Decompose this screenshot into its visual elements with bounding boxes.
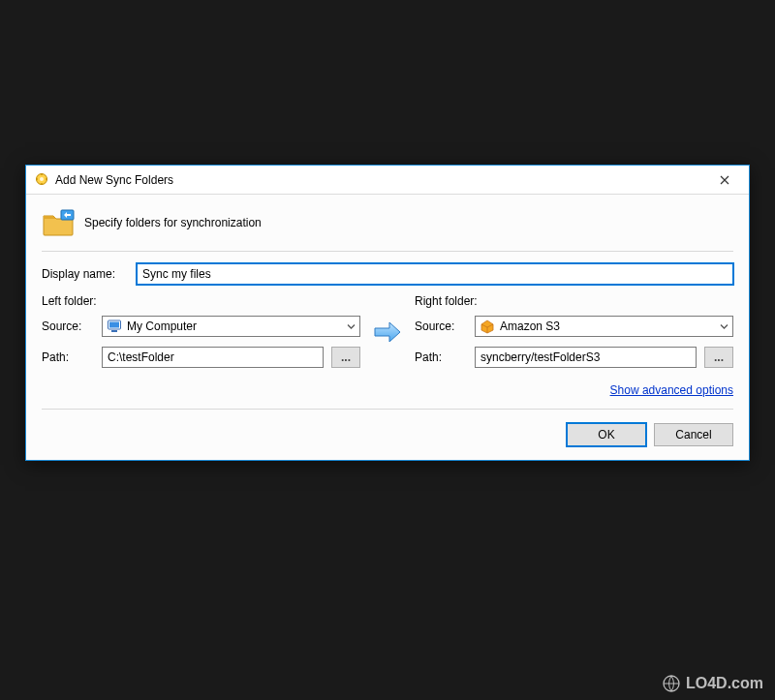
arrow-right-icon — [372, 320, 403, 345]
right-source-dropdown[interactable]: Amazon S3 — [475, 316, 733, 337]
close-button[interactable] — [702, 167, 747, 194]
display-name-row: Display name: — [42, 263, 733, 285]
left-folder-heading: Left folder: — [42, 294, 360, 308]
left-browse-button[interactable]: ... — [331, 347, 360, 368]
svg-point-1 — [40, 177, 44, 181]
dialog-title: Add New Sync Folders — [55, 173, 702, 187]
button-row: OK Cancel — [42, 419, 733, 446]
left-source-label: Source: — [42, 320, 94, 333]
right-source-label: Source: — [415, 320, 467, 333]
close-icon — [720, 175, 729, 185]
right-path-input[interactable] — [475, 347, 697, 368]
right-folder-panel: Right folder: Source: Amazon S3 — [415, 294, 733, 378]
left-path-label: Path: — [42, 350, 94, 364]
show-advanced-link[interactable]: Show advanced options — [610, 383, 733, 397]
advanced-link-row: Show advanced options — [42, 378, 733, 399]
left-source-value: My Computer — [127, 320, 197, 333]
divider — [42, 409, 733, 410]
left-source-dropdown[interactable]: My Computer — [102, 316, 360, 337]
left-path-input[interactable] — [102, 347, 324, 368]
right-folder-heading: Right folder: — [415, 294, 733, 308]
divider — [42, 251, 733, 252]
ok-button[interactable]: OK — [567, 423, 646, 446]
folder-columns: Left folder: Source: My Computer — [42, 294, 733, 378]
app-icon — [34, 172, 49, 188]
display-name-label: Display name: — [42, 267, 129, 281]
globe-icon — [663, 675, 680, 692]
display-name-input[interactable] — [137, 263, 733, 285]
chevron-down-icon — [347, 321, 356, 332]
left-folder-panel: Left folder: Source: My Computer — [42, 294, 360, 378]
computer-icon — [107, 319, 122, 334]
watermark: LO4D.com — [663, 675, 763, 692]
chevron-down-icon — [720, 321, 728, 332]
titlebar: Add New Sync Folders — [26, 166, 749, 195]
header: Specify folders for synchronization — [42, 204, 733, 247]
arrow-cell — [370, 294, 405, 345]
dialog-body: Specify folders for synchronization Disp… — [26, 195, 749, 460]
svg-rect-5 — [111, 330, 117, 332]
dialog-subtitle: Specify folders for synchronization — [84, 216, 262, 229]
right-path-label: Path: — [415, 350, 467, 364]
right-browse-button[interactable]: ... — [704, 347, 733, 368]
sync-folder-icon — [42, 208, 75, 237]
cancel-button[interactable]: Cancel — [654, 423, 733, 446]
right-source-value: Amazon S3 — [500, 320, 560, 333]
svg-rect-4 — [109, 322, 119, 328]
dialog-window: Add New Sync Folders Specify folders for… — [25, 165, 750, 461]
amazon-s3-icon — [480, 319, 495, 334]
watermark-text: LO4D.com — [686, 675, 763, 692]
